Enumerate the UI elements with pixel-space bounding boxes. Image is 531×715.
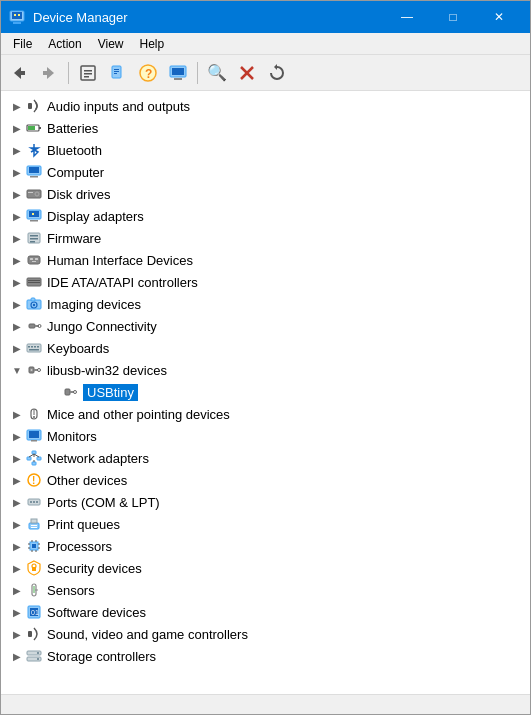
svg-rect-3 [14,14,16,16]
tree-item-software[interactable]: ▶ 01 Software devices [1,601,530,623]
security-icon [25,559,43,577]
back-button[interactable] [5,59,33,87]
svg-rect-57 [27,344,41,352]
tree-item-imaging[interactable]: ▶ Imaging devices [1,293,530,315]
tree-item-sensors[interactable]: ▶ Sensors [1,579,530,601]
expand-sound[interactable]: ▶ [9,626,25,642]
disk-label: Disk drives [47,187,111,202]
expand-software[interactable]: ▶ [9,604,25,620]
firmware-label: Firmware [47,231,101,246]
tree-item-mice[interactable]: ▶ Mice and other pointing devices [1,403,530,425]
minimize-button[interactable]: — [384,1,430,33]
expand-keyboards[interactable]: ▶ [9,340,25,356]
tree-item-disk[interactable]: ▶ Disk drives [1,183,530,205]
tree-item-audio[interactable]: ▶ Audio inputs and outputs [1,95,530,117]
expand-disk[interactable]: ▶ [9,186,25,202]
expand-audio[interactable]: ▶ [9,98,25,114]
expand-firmware[interactable]: ▶ [9,230,25,246]
tree-item-display[interactable]: ▶ Display adapters [1,205,530,227]
expand-security[interactable]: ▶ [9,560,25,576]
menu-action[interactable]: Action [40,35,89,53]
tree-item-keyboards[interactable]: ▶ Keyboards [1,337,530,359]
tree-view[interactable]: ▶ Audio inputs and outputs ▶ Batteries ▶ [1,91,530,694]
expand-monitors[interactable]: ▶ [9,428,25,444]
expand-storage[interactable]: ▶ [9,648,25,664]
expand-ide[interactable]: ▶ [9,274,25,290]
tree-item-security[interactable]: ▶ Security devices [1,557,530,579]
svg-rect-45 [35,258,38,260]
tree-item-libusb[interactable]: ▼ libusb-win32 devices [1,359,530,381]
device-manager-button[interactable] [164,59,192,87]
tree-item-batteries[interactable]: ▶ Batteries [1,117,530,139]
bluetooth-label: Bluetooth [47,143,102,158]
svg-rect-41 [30,238,38,240]
svg-text:?: ? [145,67,152,81]
expand-network[interactable]: ▶ [9,450,25,466]
svg-rect-67 [65,389,70,395]
maximize-button[interactable]: □ [430,1,476,33]
tree-item-monitors[interactable]: ▶ Monitors [1,425,530,447]
expand-ports[interactable]: ▶ [9,494,25,510]
expand-computer[interactable]: ▶ [9,164,25,180]
svg-rect-30 [29,167,39,173]
help-button[interactable]: ? [134,59,162,87]
properties-button[interactable] [74,59,102,87]
expand-print[interactable]: ▶ [9,516,25,532]
expand-display[interactable]: ▶ [9,208,25,224]
tree-item-ide[interactable]: ▶ IDE ATA/ATAPI controllers [1,271,530,293]
batteries-icon [25,119,43,137]
forward-button[interactable] [35,59,63,87]
svg-rect-14 [114,69,119,70]
print-label: Print queues [47,517,120,532]
title-controls: — □ ✕ [384,1,522,33]
expand-other[interactable]: ▶ [9,472,25,488]
tree-item-sound[interactable]: ▶ Sound, video and game controllers [1,623,530,645]
status-bar [1,694,530,714]
svg-text:01: 01 [31,609,39,616]
tree-item-other[interactable]: ▶ ! Other devices [1,469,530,491]
menu-view[interactable]: View [90,35,132,53]
libusb-label: libusb-win32 devices [47,363,167,378]
menu-file[interactable]: File [5,35,40,53]
svg-rect-58 [28,346,30,348]
bluetooth-icon [25,141,43,159]
tree-item-network[interactable]: ▶ Network adapters [1,447,530,469]
expand-bluetooth[interactable]: ▶ [9,142,25,158]
tree-item-jungo[interactable]: ▶ Jungo Connectivity [1,315,530,337]
expand-batteries[interactable]: ▶ [9,120,25,136]
jungo-label: Jungo Connectivity [47,319,157,334]
close-button[interactable]: ✕ [476,1,522,33]
scan-button[interactable]: 🔍 [203,59,231,87]
svg-rect-43 [28,256,40,264]
tree-item-processors[interactable]: ▶ Processors [1,535,530,557]
svg-rect-16 [114,73,117,74]
expand-mice[interactable]: ▶ [9,406,25,422]
expand-processors[interactable]: ▶ [9,538,25,554]
svg-rect-78 [37,457,41,460]
tree-item-firmware[interactable]: ▶ Firmware [1,227,530,249]
tree-item-bluetooth[interactable]: ▶ Bluetooth [1,139,530,161]
refresh-button[interactable] [263,59,291,87]
audio-icon [25,97,43,115]
print-icon [25,515,43,533]
expand-imaging[interactable]: ▶ [9,296,25,312]
usbtiny-icon [61,383,79,401]
svg-rect-93 [31,527,37,528]
tree-item-ports[interactable]: ▶ Ports (COM & LPT) [1,491,530,513]
tree-item-usbtiny[interactable]: USBtiny [1,381,530,403]
update-driver-button[interactable] [104,59,132,87]
toolbar-sep-2 [197,62,198,84]
expand-hid[interactable]: ▶ [9,252,25,268]
expand-libusb[interactable]: ▼ [9,362,25,378]
libusb-icon [25,361,43,379]
tree-item-hid[interactable]: ▶ Human Interface Devices [1,249,530,271]
tree-item-print[interactable]: ▶ Print queues [1,513,530,535]
menu-help[interactable]: Help [132,35,173,53]
svg-rect-15 [114,71,119,72]
tree-item-computer[interactable]: ▶ Computer [1,161,530,183]
tree-item-storage[interactable]: ▶ Storage controllers [1,645,530,667]
svg-point-53 [33,304,35,306]
expand-jungo[interactable]: ▶ [9,318,25,334]
remove-device-button[interactable] [233,59,261,87]
expand-sensors[interactable]: ▶ [9,582,25,598]
